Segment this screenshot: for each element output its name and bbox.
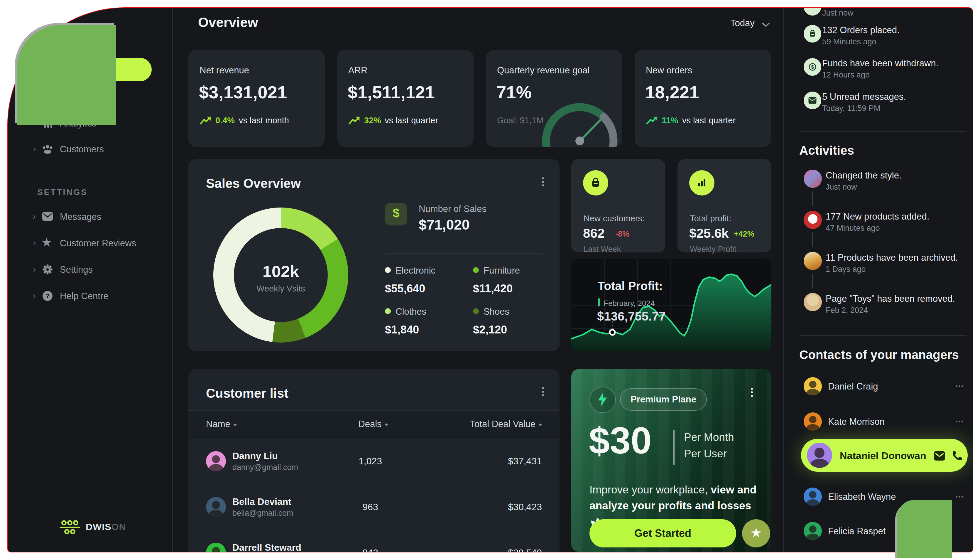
mail-icon[interactable]: [933, 451, 946, 461]
date-range-dropdown[interactable]: Today: [724, 17, 774, 31]
chart-value: $136,755.77: [597, 309, 666, 323]
column-header-total[interactable]: Total Deal Value: [454, 419, 542, 430]
number-of-sales-icon: $: [385, 203, 407, 225]
more-icon[interactable]: [955, 496, 957, 497]
avatar: [804, 522, 822, 540]
table-row[interactable]: Danny Liu danny@gmail.com 1,023 $37,431: [188, 438, 560, 484]
mini-card-new-customers: New customers: 862 -8% Last Week: [571, 159, 665, 253]
stat-delta-suffix: vs last month: [239, 116, 289, 125]
svg-text:?: ?: [46, 292, 49, 300]
notification-item[interactable]: 132 Orders placed. 59 Minutes ago: [799, 23, 973, 52]
customer-list-card: Customer list Name Deals Total Deal Valu…: [188, 369, 560, 552]
contact-row[interactable]: Daniel Craig: [799, 376, 973, 399]
column-header-deals[interactable]: Deals: [329, 419, 417, 430]
notification-time: 12 Hours ago: [822, 71, 870, 80]
sidebar-item-messages[interactable]: › Messages: [33, 210, 162, 224]
page: Analyitcs › Customers SETTINGS ›: [0, 0, 980, 558]
sidebar-item-customer-reviews[interactable]: › ★ Customer Reviews: [33, 236, 162, 250]
activity-item[interactable]: 177 New products added. 47 Minutes ago: [799, 209, 973, 238]
legend-name: Furniture: [484, 265, 520, 276]
sort-icon[interactable]: [233, 422, 237, 428]
notification-item[interactable]: 5 Unread messages. Today, 11:59 PM: [799, 89, 973, 118]
avatar: [206, 451, 226, 471]
table-row[interactable]: Darrell Steward darrel@gmail.com 843 $28…: [188, 530, 560, 552]
activity-title: Changed the style.: [826, 170, 901, 181]
avatar: [804, 377, 822, 396]
notification-time: 59 Minutes ago: [822, 37, 877, 46]
decorative-shape-bottom-right: [897, 500, 952, 558]
kebab-menu-icon[interactable]: [751, 388, 753, 390]
chevron-right-icon: ›: [33, 144, 36, 154]
customer-name: Bella Deviant: [232, 496, 291, 507]
timeline-connector: [812, 274, 813, 288]
activity-item[interactable]: Page "Toys" has been removed. Feb 2, 202…: [799, 291, 973, 320]
customer-deals: 1,023: [329, 456, 411, 467]
activity-title: 11 Products have been archived.: [826, 253, 958, 263]
sort-icon[interactable]: [384, 422, 388, 428]
trend-up-icon: [646, 115, 658, 126]
premium-badge-label: Premium Plane: [630, 394, 696, 404]
sidebar-item-label: Customer Reviews: [60, 238, 136, 249]
contact-row-highlighted[interactable]: Nataniel Donowan: [801, 439, 968, 472]
stat-delta-suffix: vs last quarter: [682, 116, 736, 125]
sidebar-item-settings[interactable]: › Settings: [33, 263, 162, 277]
table-row[interactable]: Bella Deviant bella@gmail.com 963 $30,42…: [188, 484, 560, 530]
org-chart-icon: [59, 520, 80, 535]
chevron-right-icon: ›: [33, 211, 36, 221]
legend-dot: [473, 308, 479, 314]
legend-name: Electronic: [396, 265, 435, 276]
sidebar-divider: [172, 8, 173, 552]
phone-icon[interactable]: [951, 450, 963, 462]
stat-card-quarterly-goal: Quarterly revenue goal 71% Goal: $1,1M: [486, 50, 622, 147]
get-started-label: Get Started: [634, 527, 691, 539]
contact-row[interactable]: Kate Morrison: [799, 411, 973, 434]
main-right-divider: [784, 8, 784, 552]
legend-name: Shoes: [484, 307, 509, 317]
legend-value: $55,640: [385, 282, 425, 295]
star-icon: ★: [41, 235, 52, 249]
chevron-right-icon: ›: [33, 238, 36, 248]
avatar: [804, 170, 822, 188]
legend-dot: [385, 267, 391, 273]
activity-item[interactable]: 11 Products have been archived. 1 Days a…: [799, 250, 973, 279]
avatar: [804, 252, 822, 270]
notification-item[interactable]: $ Funds have been withdrawn. 12 Hours ag…: [799, 56, 973, 85]
column-header-name[interactable]: Name: [206, 419, 237, 430]
sidebar-item-customers[interactable]: › Customers: [33, 142, 156, 156]
customer-name: Darrell Steward: [232, 542, 301, 552]
customer-name: Danny Liu: [232, 451, 278, 461]
chevron-right-icon: ›: [33, 290, 36, 300]
activity-item[interactable]: Changed the style. Just now: [799, 168, 973, 197]
mini-sub: Weekly Profit: [690, 245, 736, 254]
legend-item-furniture: Furniture $11,420: [473, 265, 555, 297]
star-button[interactable]: ★: [742, 519, 770, 547]
sort-icon[interactable]: [538, 422, 542, 428]
price-divider: [673, 430, 674, 465]
activity-time: 1 Days ago: [826, 265, 866, 274]
kebab-menu-icon[interactable]: [542, 177, 544, 179]
number-of-sales-value: $71,020: [419, 217, 470, 233]
area-chart: [571, 259, 771, 351]
stat-card-arr: ARR $1,511,121 32% vs last quarter: [337, 50, 474, 147]
sidebar-item-help-centre[interactable]: › ? Help Centre: [33, 289, 162, 303]
premium-badge: Premium Plane: [620, 388, 707, 411]
sidebar-item-label: Help Centre: [60, 291, 108, 302]
chevron-down-icon: [761, 22, 770, 27]
customer-total: $28,549: [454, 547, 542, 552]
decorative-shape-top-left: [17, 25, 116, 125]
get-started-button[interactable]: Get Started: [589, 519, 736, 547]
legend-item-electronic: Electronic $55,640: [385, 265, 467, 297]
customer-email: bella@gmail.com: [232, 509, 293, 518]
trend-up-icon: [348, 115, 361, 126]
trend-up-icon: [200, 115, 212, 126]
mini-delta: -8%: [615, 230, 629, 239]
dollar-icon: $: [385, 206, 407, 220]
notification-item-partial[interactable]: Just now: [799, 7, 973, 23]
more-icon[interactable]: [955, 421, 957, 422]
date-range-label: Today: [730, 18, 755, 28]
legend-bar: [598, 298, 600, 307]
dashboard-window: Analyitcs › Customers SETTINGS ›: [7, 7, 973, 552]
more-icon[interactable]: [955, 386, 957, 387]
legend-dot: [473, 267, 479, 273]
kebab-menu-icon[interactable]: [542, 387, 544, 389]
